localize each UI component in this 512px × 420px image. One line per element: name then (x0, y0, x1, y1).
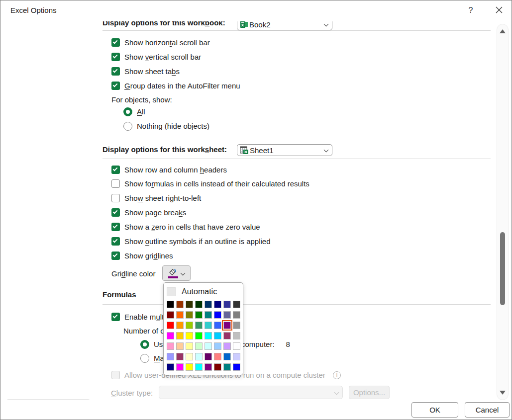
color-swatch[interactable] (233, 322, 240, 329)
color-swatch[interactable] (195, 301, 203, 308)
color-swatch[interactable] (167, 353, 174, 360)
color-swatch[interactable] (176, 301, 184, 308)
color-swatch[interactable] (223, 332, 231, 339)
checkbox[interactable] (111, 252, 120, 260)
color-swatch[interactable] (195, 332, 203, 339)
color-swatch[interactable] (205, 353, 212, 360)
scroll-down-icon[interactable] (500, 391, 506, 395)
cluster-options-button[interactable]: Options... (349, 386, 390, 399)
checkbox[interactable] (111, 208, 120, 217)
scrollbar-thumb[interactable] (500, 232, 505, 305)
checkbox[interactable] (111, 179, 120, 188)
checkbox[interactable] (111, 82, 120, 90)
checkbox[interactable] (111, 313, 120, 321)
color-swatch[interactable] (186, 353, 193, 360)
color-swatch[interactable] (214, 332, 221, 339)
checkbox[interactable] (111, 53, 120, 61)
color-swatch[interactable] (205, 363, 212, 371)
color-swatch[interactable] (233, 342, 240, 350)
radio-button[interactable] (123, 107, 132, 116)
color-swatch[interactable] (186, 363, 193, 371)
checkbox[interactable] (111, 67, 120, 76)
vertical-scrollbar[interactable] (497, 24, 509, 400)
color-swatch[interactable] (223, 322, 231, 329)
color-swatch[interactable] (186, 311, 193, 319)
color-swatch[interactable] (205, 311, 212, 319)
checkbox[interactable] (111, 194, 120, 202)
color-swatch[interactable] (176, 342, 184, 350)
checkbox[interactable] (111, 166, 120, 174)
scroll-up-icon[interactable] (500, 29, 506, 33)
color-grid (167, 301, 240, 371)
color-swatch[interactable] (176, 363, 184, 371)
color-swatch[interactable] (176, 332, 184, 339)
color-swatch[interactable] (214, 353, 221, 360)
color-swatch[interactable] (186, 301, 193, 308)
worksheet-selector-value: Sheet1 (250, 146, 323, 155)
color-swatch[interactable] (167, 332, 174, 339)
color-swatch[interactable] (223, 353, 231, 360)
gridline-color-button[interactable] (162, 265, 191, 281)
radio-label: All (137, 107, 145, 116)
check-icon (113, 252, 118, 257)
color-swatch[interactable] (195, 322, 203, 329)
color-swatch[interactable] (223, 363, 231, 371)
cluster-type-selector[interactable] (159, 386, 343, 399)
for-objects-label: For objects, show: (111, 95, 172, 104)
color-swatch[interactable] (205, 342, 212, 350)
color-swatch[interactable] (186, 332, 193, 339)
color-swatch[interactable] (195, 311, 203, 319)
ok-button[interactable]: OK (411, 402, 458, 418)
color-swatch[interactable] (176, 311, 184, 319)
color-swatch[interactable] (186, 322, 193, 329)
checkbox[interactable] (111, 371, 120, 379)
color-swatch[interactable] (167, 311, 174, 319)
color-swatch[interactable] (167, 322, 174, 329)
color-swatch[interactable] (214, 342, 221, 350)
color-swatch[interactable] (214, 322, 221, 329)
color-swatch[interactable] (214, 301, 221, 308)
checkbox[interactable] (111, 38, 120, 47)
color-swatch[interactable] (214, 311, 221, 319)
color-swatch[interactable] (233, 301, 240, 308)
radio-button[interactable] (140, 340, 149, 349)
color-swatch[interactable] (205, 322, 212, 329)
workbook-section-heading: Display options for this workbook: (102, 21, 225, 27)
color-swatch[interactable] (167, 342, 174, 350)
color-swatch[interactable] (223, 342, 231, 350)
color-swatch[interactable] (195, 353, 203, 360)
radio-button[interactable] (140, 354, 149, 363)
color-swatch[interactable] (205, 332, 212, 339)
color-swatch[interactable] (186, 342, 193, 350)
color-swatch[interactable] (223, 301, 231, 308)
checkbox-label: Show sheet tabs (124, 67, 180, 76)
automatic-swatch (167, 287, 176, 296)
color-swatch[interactable] (205, 301, 212, 308)
cancel-button[interactable]: Cancel (465, 402, 510, 418)
color-swatch[interactable] (167, 363, 174, 371)
help-button[interactable]: ? (465, 4, 477, 16)
close-button[interactable] (492, 4, 506, 17)
worksheet-selector[interactable]: Sheet1 (237, 144, 332, 156)
color-swatch[interactable] (195, 363, 203, 371)
color-swatch[interactable] (233, 353, 240, 360)
color-swatch[interactable] (214, 363, 221, 371)
color-swatch[interactable] (167, 301, 174, 308)
color-swatch[interactable] (233, 363, 240, 371)
radio-button[interactable] (123, 122, 132, 131)
check-icon (113, 209, 118, 214)
color-swatch[interactable] (195, 342, 203, 350)
color-swatch[interactable] (176, 322, 184, 329)
checkbox-label: Show outline symbols if an outline is ap… (124, 237, 271, 246)
color-swatch[interactable] (223, 311, 231, 319)
worksheet-section-heading: Display options for this worksheet: (102, 145, 227, 154)
color-swatch[interactable] (233, 332, 240, 339)
for-objects-row: For objects, show: (111, 94, 172, 105)
checkbox[interactable] (111, 237, 120, 246)
color-swatch[interactable] (176, 353, 184, 360)
color-swatch[interactable] (233, 311, 240, 319)
automatic-color-option[interactable]: Automatic (167, 286, 240, 298)
checkbox-label: Show vertical scroll bar (124, 53, 201, 61)
workbook-selector[interactable]: Book2 (237, 21, 332, 30)
checkbox[interactable] (111, 223, 120, 231)
